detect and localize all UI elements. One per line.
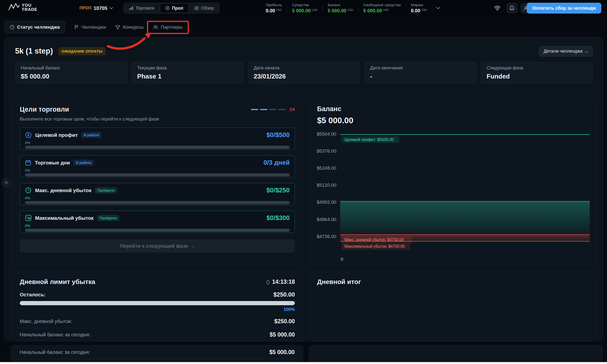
next-phase-button[interactable]: Перейти к следующей фазе → (20, 239, 295, 253)
account-stats: Прибыль 0.00USD Средства 5 000.00USD Бал… (266, 0, 444, 16)
currency-unit: USD (347, 8, 353, 11)
currency-unit: USD (276, 8, 282, 11)
chevron-down-icon (110, 7, 113, 9)
goal-progress-pct: 0% (25, 141, 290, 145)
table-row: Начальный баланс за сегодня: $5 000.00 (11, 345, 303, 359)
logo-icon (8, 2, 20, 12)
nav-trading[interactable]: Торговля (124, 3, 159, 13)
sidebar-toggle[interactable] (1, 178, 11, 187)
goals-title: Цели торговли (20, 106, 69, 113)
pager-bar (251, 109, 258, 110)
currency-unit: USD (312, 8, 317, 11)
balance-value: $5 000.00 (317, 116, 592, 125)
stat-margin: Маржа 0.00USD (406, 3, 432, 14)
account-id: 10705 (94, 5, 107, 11)
tab-partners[interactable]: Партнеры (153, 24, 182, 30)
clock-icon (25, 187, 32, 194)
goal-progress-pct: 0% (25, 223, 290, 228)
chevrons-icon (4, 181, 8, 184)
header-nav: Торговля Проп Обзор (123, 2, 220, 14)
svg-text:$4992.00: $4992.00 (317, 200, 336, 205)
challenge-title: 5k (1 step) (15, 47, 53, 56)
account-selector[interactable]: ПРОП 10705 (80, 0, 113, 16)
nav-prop-label: Проп (172, 6, 183, 11)
remaining-label: Осталось: (20, 292, 46, 298)
balance-panel: Баланс $5 000.00 $5504.00$5376.00$5248.0… (309, 99, 596, 265)
pager-bar (269, 109, 277, 110)
challenge-details-button[interactable]: Детали челленджа → (539, 46, 593, 57)
tab-label: Конкурсы (123, 24, 143, 30)
app-root: YOU TRADE ПРОП 10705 Торговля Проп Обзор (0, 0, 607, 364)
goal-card-trading-days: Торговые дни В работе 0/3 дней 0% (20, 155, 295, 178)
logo-line1: YOU (22, 3, 38, 7)
pay-challenge-fee-button[interactable]: Оплатить сбор за челлендж (527, 3, 601, 14)
goal-progress-track (25, 146, 290, 149)
table-row: Макс. дневной убыток: $250.00 (20, 315, 295, 328)
nav-overview[interactable]: Обзор (189, 3, 219, 13)
trend-down-icon (25, 215, 32, 221)
people-icon (153, 25, 158, 29)
account-type-label: ПРОП (80, 6, 91, 10)
trophy-icon (115, 25, 120, 30)
tab-contests[interactable]: Конкурсы (115, 24, 143, 30)
daily-limit-progress-pct: 100% (20, 307, 295, 312)
notifications-button[interactable] (507, 3, 517, 13)
target-icon (165, 6, 170, 10)
svg-text:$5248.00: $5248.00 (317, 165, 336, 171)
gauge-icon (10, 25, 15, 30)
goals-subtitle: Выполните все торговые цели, чтобы перей… (20, 116, 295, 122)
pager-count: 2/4 (289, 107, 295, 112)
goal-status-badge: Пройдено (95, 187, 117, 193)
goal-progress-pct: 0% (25, 168, 290, 172)
svg-text:$4736.00: $4736.00 (317, 234, 336, 239)
top-bar: YOU TRADE ПРОП 10705 Торговля Проп Обзор (0, 0, 607, 16)
goal-status-badge: В работе (73, 160, 94, 166)
goals-pager: 2/4 (251, 107, 295, 112)
daily-limit-title: Дневной лимит убытка (20, 278, 95, 286)
daily-summary-panel: Дневной итог (309, 272, 596, 341)
stats-expand-button[interactable] (432, 7, 444, 9)
goal-progress-track (25, 229, 290, 232)
svg-text:$: $ (27, 133, 29, 137)
tab-challenges[interactable]: Челленджи (74, 24, 106, 30)
goal-progress-track (25, 173, 290, 177)
info-card-initial-balance: Начальный баланс $5 000.00 (15, 62, 127, 84)
trading-goals-panel: Цели торговли 2/4 Выполните все торговые… (11, 99, 304, 265)
info-card-current-phase: Текущая фаза Phase 1 (132, 62, 244, 84)
goal-value: $0/$250 (266, 186, 290, 194)
pager-bar (260, 109, 267, 110)
pager-bar (278, 109, 286, 110)
goal-progress-track (25, 201, 290, 204)
daily-limit-progress-fill (20, 301, 295, 305)
table-row: Начальный баланс за сегодня: $5 000.00 (20, 328, 295, 341)
goal-card-target-profit: $ Целевой профит В работе $0/$500 0% (20, 128, 295, 150)
goal-value: $0/$500 (266, 131, 290, 139)
info-card-end-date: Дата окончания - (364, 62, 477, 84)
daily-limit-timer: 14:13:18 (266, 279, 295, 285)
divider (11, 359, 303, 359)
wifi-icon (494, 5, 501, 11)
logo[interactable]: YOU TRADE (8, 2, 38, 12)
logo-line2: TRADE (22, 7, 38, 12)
svg-text:Максимальный убыток: $4700.00: Максимальный убыток: $4700.00 (344, 244, 405, 248)
tab-challenge-status[interactable]: Статус челленджа (4, 21, 65, 33)
main-panel: 5k (1 step) ОЖИДАНИЕ ОПЛАТЫ Детали челле… (4, 37, 603, 341)
chart-bars-icon (129, 6, 133, 10)
bottom-strip-right (309, 345, 603, 363)
goal-status-badge: Пройдено (97, 215, 119, 221)
balance-chart: $5504.00$5376.00$5248.00$5120.00$4992.00… (313, 128, 592, 263)
check-circle-icon (194, 6, 199, 10)
calendar-icon (25, 160, 31, 166)
stat-free-funds: Свободные средства 5 000.00USD (358, 3, 406, 14)
info-card-start-date: Дата начала 23/01/2026 (248, 62, 360, 84)
svg-text:$4864.00: $4864.00 (317, 217, 336, 222)
daily-loss-limit-panel: Дневной лимит убытка 14:13:18 Осталось: … (11, 272, 304, 341)
timer-value: 14:13:18 (272, 279, 295, 285)
svg-text:Целевой профит: $5500.00: Целевой профит: $5500.00 (344, 138, 394, 142)
stat-profit: Прибыль 0.00USD (266, 3, 287, 14)
droplet-icon (266, 280, 270, 284)
tab-label: Статус челленджа (17, 24, 60, 30)
daily-summary-title: Дневной итог (317, 278, 588, 286)
nav-prop[interactable]: Проп (160, 3, 188, 13)
goal-value: $0/$300 (266, 214, 290, 222)
